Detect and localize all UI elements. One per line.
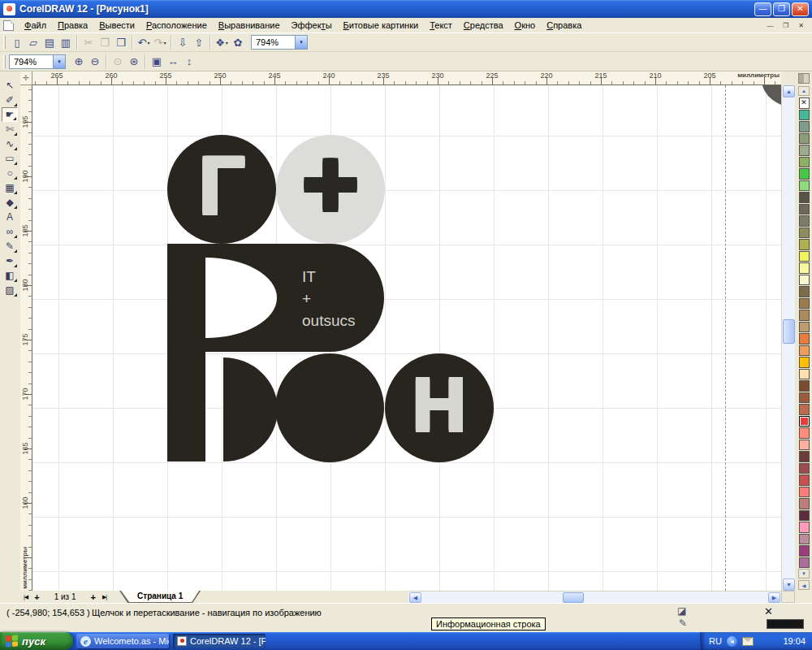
color-swatch[interactable] — [799, 310, 810, 321]
color-swatch[interactable] — [799, 345, 810, 357]
color-swatch[interactable] — [799, 133, 810, 145]
color-swatch[interactable] — [799, 286, 810, 297]
logo-caption[interactable]: IT + outsucs — [302, 266, 355, 332]
color-swatch[interactable] — [799, 228, 810, 239]
color-swatch[interactable] — [799, 474, 810, 486]
zoom-out-icon[interactable]: ⊖ — [87, 54, 103, 70]
scroll-left-icon[interactable]: ◀ — [409, 592, 421, 603]
logo-circle-plain[interactable] — [275, 353, 384, 462]
new-document-icon[interactable]: ▯ — [9, 34, 25, 50]
ellipse-tool[interactable]: ○ — [2, 166, 18, 180]
document-close-button[interactable]: ✕ — [794, 20, 808, 31]
color-swatch[interactable] — [799, 110, 810, 121]
gray-circle-shape[interactable] — [762, 85, 781, 108]
color-swatch[interactable] — [799, 427, 810, 439]
color-swatch[interactable] — [799, 557, 810, 569]
palette-scroll-down-icon[interactable]: ▼ — [798, 569, 810, 578]
menu-view[interactable]: Вывести — [93, 19, 140, 32]
color-swatch[interactable] — [799, 180, 810, 192]
undo-icon[interactable]: ↶▾ — [136, 34, 152, 50]
color-swatch[interactable] — [799, 239, 810, 250]
no-color-swatch[interactable]: ✕ — [799, 98, 810, 109]
graph-paper-tool[interactable]: ▦ — [2, 180, 18, 195]
pick-tool[interactable]: ↖ — [2, 78, 18, 93]
scroll-up-icon[interactable]: ▲ — [783, 85, 795, 98]
horizontal-scrollbar[interactable]: ◀ ▶ — [408, 591, 781, 603]
chevron-down-icon[interactable]: ▼ — [295, 36, 307, 49]
text-tool[interactable]: A — [2, 210, 18, 224]
horizontal-ruler[interactable]: миллиметры 26526025525024524023523022522… — [32, 72, 781, 85]
color-swatch[interactable] — [799, 357, 810, 368]
color-swatch[interactable] — [799, 251, 810, 262]
zoom-level-combo[interactable]: 794% ▼ — [251, 35, 308, 50]
color-swatch[interactable] — [799, 192, 810, 203]
toolbar-grip[interactable] — [3, 55, 6, 68]
guideline[interactable] — [725, 85, 726, 591]
paste-icon[interactable]: ❒ — [113, 34, 129, 50]
palette-expand-icon[interactable]: ◀ — [798, 580, 810, 590]
ruler-origin-button[interactable]: ✛ — [20, 72, 32, 85]
vertical-ruler[interactable]: миллиметры 195190185180175170165160 — [20, 85, 32, 591]
outline-tool[interactable]: ✒ — [2, 254, 18, 268]
pan-tool[interactable]: ☛ — [2, 107, 18, 122]
color-swatch[interactable] — [799, 333, 810, 344]
color-swatch[interactable] — [799, 404, 810, 415]
color-swatch[interactable] — [799, 298, 810, 310]
interactive-blend-tool[interactable]: ∞ — [2, 224, 18, 239]
scroll-right-icon[interactable]: ▶ — [768, 592, 780, 603]
interactive-fill-tool[interactable]: ▨ — [2, 283, 18, 297]
logo-circle-letter-n[interactable]: Н — [385, 353, 494, 462]
toolbar-grip[interactable] — [3, 36, 6, 49]
menu-tools[interactable]: Средства — [458, 19, 509, 32]
taskbar-item-coreldraw[interactable]: CorelDRAW 12 - [Рис... — [173, 634, 266, 648]
first-page-button[interactable]: |◀ — [20, 594, 31, 600]
minimize-button[interactable]: — — [754, 2, 771, 16]
zoom-levels-combo[interactable]: 794% ▼ — [9, 54, 66, 69]
color-swatch[interactable] — [799, 534, 810, 545]
logo-half-circle[interactable] — [223, 358, 278, 462]
color-swatch[interactable] — [799, 168, 810, 180]
menu-effects[interactable]: Эффекты — [286, 19, 338, 32]
fill-tool[interactable]: ◧ — [2, 268, 18, 283]
menu-text[interactable]: Текст — [424, 19, 458, 32]
document-restore-button[interactable]: ❐ — [779, 20, 793, 31]
menu-edit[interactable]: Правка — [52, 19, 93, 32]
color-swatch[interactable] — [799, 463, 810, 474]
color-swatch[interactable] — [799, 204, 810, 215]
color-swatch[interactable] — [799, 369, 810, 380]
last-page-button[interactable]: ▶| — [99, 594, 110, 600]
color-swatch[interactable] — [799, 545, 810, 557]
mail-icon[interactable] — [742, 637, 754, 646]
color-swatch[interactable] — [799, 487, 810, 498]
color-swatch[interactable] — [799, 322, 810, 333]
document-minimize-button[interactable]: — — [763, 20, 777, 31]
vertical-scrollbar[interactable]: ▲ ▼ — [781, 85, 795, 591]
color-swatch[interactable] — [799, 498, 810, 509]
start-button[interactable]: пуск — [0, 632, 73, 650]
logo-circle-plus[interactable]: + — [276, 135, 385, 244]
color-swatch[interactable] — [799, 440, 810, 451]
shape-tool[interactable]: ✐ — [2, 93, 18, 107]
add-page-before-button[interactable]: + — [31, 592, 42, 602]
color-swatch[interactable] — [799, 380, 810, 392]
menu-layout[interactable]: Расположение — [140, 19, 213, 32]
menu-file[interactable]: Файл — [19, 19, 52, 32]
taskbar-item-browser[interactable]: e Welcometo.as - Micro... — [76, 634, 169, 648]
zoom-in-icon[interactable]: ⊕ — [71, 54, 87, 70]
zoom-page-icon[interactable]: ▣ — [149, 54, 165, 70]
color-swatch[interactable] — [799, 416, 810, 427]
color-swatch[interactable] — [799, 275, 810, 286]
drawing-canvas[interactable]: Г + IT + outsucs Н — [32, 85, 781, 591]
chevron-down-icon[interactable]: ▼ — [53, 55, 65, 68]
color-swatch[interactable] — [799, 392, 810, 404]
export-icon[interactable]: ⇧ — [191, 34, 207, 50]
color-swatch[interactable] — [799, 215, 810, 227]
corel-online-icon[interactable]: ✿ — [230, 34, 246, 50]
import-icon[interactable]: ⇩ — [175, 34, 191, 50]
logo-circle-letter-g[interactable]: Г — [167, 135, 276, 244]
horizontal-scroll-thumb[interactable] — [563, 592, 584, 603]
zoom-all-objects-icon[interactable]: ⊛ — [126, 54, 142, 70]
palette-scroll-up-icon[interactable]: ▲ — [798, 86, 810, 96]
save-icon[interactable]: ▤ — [41, 34, 58, 50]
open-icon[interactable]: ▱ — [25, 34, 41, 50]
